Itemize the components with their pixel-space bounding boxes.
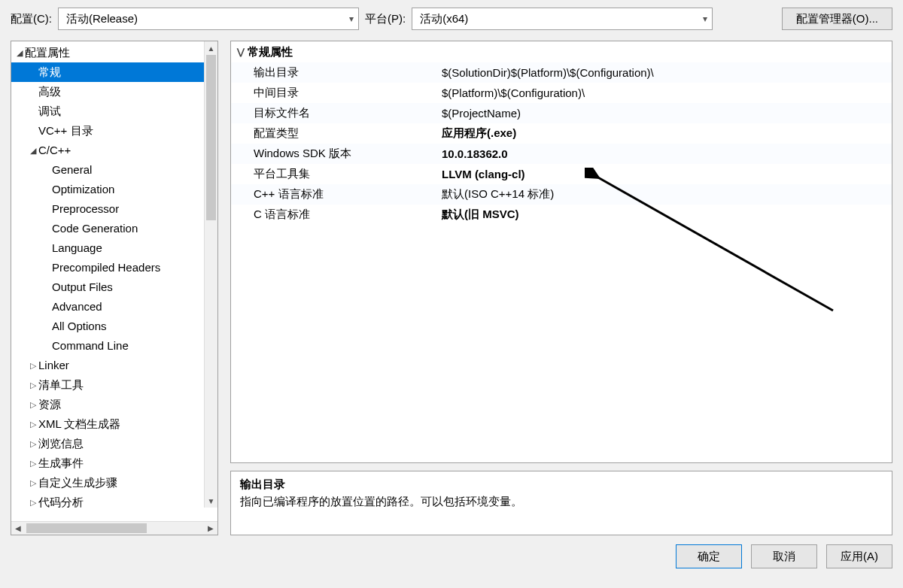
- apply-button[interactable]: 应用(A): [826, 544, 892, 568]
- property-value: 10.0.18362.0: [442, 147, 892, 160]
- property-row[interactable]: 平台工具集LLVM (clang-cl): [231, 164, 892, 184]
- chevron-down-icon: ▾: [349, 14, 354, 24]
- property-row[interactable]: C 语言标准默认(旧 MSVC): [231, 205, 892, 225]
- tree-item-label: Linker: [38, 356, 69, 375]
- tree-item[interactable]: 常规: [11, 62, 217, 82]
- tree-item[interactable]: Output Files: [11, 277, 217, 297]
- tree-item[interactable]: ▷浏览信息: [11, 434, 217, 453]
- tree-item-label: 自定义生成步骤: [38, 473, 117, 493]
- tree-item[interactable]: ▷清单工具: [11, 375, 217, 395]
- scroll-thumb[interactable]: [26, 523, 147, 533]
- tree-expander-icon[interactable]: ▷: [28, 356, 38, 375]
- tree-item[interactable]: 调试: [11, 102, 217, 121]
- config-manager-label: 配置管理器(O)...: [796, 12, 878, 26]
- property-row[interactable]: C++ 语言标准默认(ISO C++14 标准): [231, 184, 892, 205]
- tree-expander-icon[interactable]: ▷: [28, 473, 38, 493]
- main-area: ◢配置属性常规高级调试VC++ 目录◢C/C++GeneralOptimizat…: [0, 41, 903, 535]
- property-name: 中间目录: [231, 86, 442, 100]
- tree-item[interactable]: Language: [11, 238, 217, 258]
- ok-button[interactable]: 确定: [676, 544, 742, 568]
- tree-item-label: 代码分析: [38, 493, 84, 512]
- tree-expander-icon[interactable]: ▷: [28, 395, 38, 414]
- tree-item[interactable]: ▷XML 文档生成器: [11, 414, 217, 434]
- tree-item[interactable]: Advanced: [11, 297, 217, 317]
- config-select-value: 活动(Release): [66, 12, 138, 26]
- tree-item[interactable]: Command Line: [11, 336, 217, 356]
- platform-select[interactable]: 活动(x64) ▾: [412, 8, 713, 30]
- property-group-header[interactable]: ⋁ 常规属性: [231, 41, 892, 62]
- tree-item-label: 高级: [38, 82, 61, 102]
- tree-item[interactable]: ▷代码分析: [11, 493, 217, 512]
- tree-expander-icon[interactable]: ▷: [28, 414, 38, 434]
- tree-item[interactable]: General: [11, 160, 217, 180]
- property-name: 配置类型: [231, 126, 442, 141]
- config-label: 配置(C):: [11, 12, 52, 26]
- property-name: C++ 语言标准: [231, 187, 442, 202]
- tree-item[interactable]: ▷资源: [11, 395, 217, 414]
- tree-item[interactable]: ◢配置属性: [11, 43, 217, 62]
- tree-expander-icon[interactable]: ▷: [28, 434, 38, 453]
- tree-expander-icon[interactable]: ▷: [28, 453, 38, 473]
- tree-item-label: Precompiled Headers: [52, 258, 160, 277]
- tree-vertical-scrollbar[interactable]: ▲ ▼: [204, 41, 217, 508]
- property-row[interactable]: 目标文件名$(ProjectName): [231, 103, 892, 123]
- property-row[interactable]: Windows SDK 版本10.0.18362.0: [231, 144, 892, 164]
- tree-expander-icon[interactable]: ▷: [28, 375, 38, 395]
- right-column: ⋁ 常规属性 输出目录$(SolutionDir)$(Platform)\$(C…: [230, 41, 892, 535]
- property-name: Windows SDK 版本: [231, 147, 442, 161]
- tree-item[interactable]: ▷Linker: [11, 356, 217, 375]
- tree-item[interactable]: VC++ 目录: [11, 121, 217, 141]
- scroll-left-icon[interactable]: ◀: [11, 522, 25, 535]
- tree-item-label: VC++ 目录: [38, 121, 93, 141]
- property-row[interactable]: 中间目录$(Platform)\$(Configuration)\: [231, 83, 892, 103]
- tree-item-label: XML 文档生成器: [38, 414, 120, 434]
- property-value: 默认(旧 MSVC): [442, 208, 892, 222]
- description-panel: 输出目录 指向已编译程序的放置位置的路径。可以包括环境变量。: [230, 471, 892, 535]
- tree-item[interactable]: Optimization: [11, 180, 217, 199]
- property-grid: ⋁ 常规属性 输出目录$(SolutionDir)$(Platform)\$(C…: [230, 41, 892, 463]
- tree-item-label: Preprocessor: [52, 199, 119, 219]
- scroll-right-icon[interactable]: ▶: [204, 522, 217, 535]
- property-value: LLVM (clang-cl): [442, 168, 892, 180]
- scroll-up-icon[interactable]: ▲: [205, 41, 217, 55]
- config-select[interactable]: 活动(Release) ▾: [58, 8, 359, 30]
- property-value: 默认(ISO C++14 标准): [442, 187, 892, 202]
- tree-item-label: 常规: [38, 62, 61, 82]
- property-name: 平台工具集: [231, 167, 442, 181]
- scroll-down-icon[interactable]: ▼: [205, 494, 217, 508]
- property-value: $(SolutionDir)$(Platform)\$(Configuratio…: [442, 66, 892, 79]
- footer: 确定 取消 应用(A): [0, 535, 903, 577]
- tree-item-label: Code Generation: [52, 219, 138, 238]
- config-manager-button[interactable]: 配置管理器(O)...: [782, 8, 892, 30]
- property-row[interactable]: 配置类型应用程序(.exe): [231, 123, 892, 144]
- tree-item[interactable]: ▷生成事件: [11, 453, 217, 473]
- tree-expander-icon[interactable]: ◢: [14, 43, 25, 62]
- tree-item-label: All Options: [52, 317, 107, 336]
- tree-item-label: 生成事件: [38, 453, 84, 473]
- tree-item-label: C/C++: [38, 141, 71, 160]
- cancel-button[interactable]: 取消: [751, 544, 817, 568]
- scroll-thumb[interactable]: [206, 55, 216, 220]
- tree-item[interactable]: Code Generation: [11, 219, 217, 238]
- tree-item[interactable]: 高级: [11, 82, 217, 102]
- property-row[interactable]: 输出目录$(SolutionDir)$(Platform)\$(Configur…: [231, 62, 892, 83]
- tree-item[interactable]: All Options: [11, 317, 217, 336]
- tree-item-label: 资源: [38, 395, 61, 414]
- tree-item-label: 清单工具: [38, 375, 84, 395]
- tree-horizontal-scrollbar[interactable]: ◀ ▶: [11, 521, 217, 535]
- tree-item[interactable]: Precompiled Headers: [11, 258, 217, 277]
- tree-item[interactable]: ▷自定义生成步骤: [11, 473, 217, 493]
- tree-item[interactable]: ◢C/C++: [11, 141, 217, 160]
- tree-panel: ◢配置属性常规高级调试VC++ 目录◢C/C++GeneralOptimizat…: [11, 41, 218, 535]
- tree-item-label: 配置属性: [25, 43, 70, 62]
- property-value: 应用程序(.exe): [442, 126, 892, 141]
- tree-item[interactable]: Preprocessor: [11, 199, 217, 219]
- tree-item-label: Advanced: [52, 297, 102, 317]
- tree-expander-icon[interactable]: ▷: [28, 493, 38, 512]
- property-name: 目标文件名: [231, 106, 442, 120]
- property-rows: 输出目录$(SolutionDir)$(Platform)\$(Configur…: [231, 62, 892, 225]
- tree: ◢配置属性常规高级调试VC++ 目录◢C/C++GeneralOptimizat…: [11, 41, 217, 514]
- platform-label: 平台(P):: [365, 12, 406, 26]
- platform-select-value: 活动(x64): [420, 12, 468, 26]
- tree-expander-icon[interactable]: ◢: [28, 141, 38, 160]
